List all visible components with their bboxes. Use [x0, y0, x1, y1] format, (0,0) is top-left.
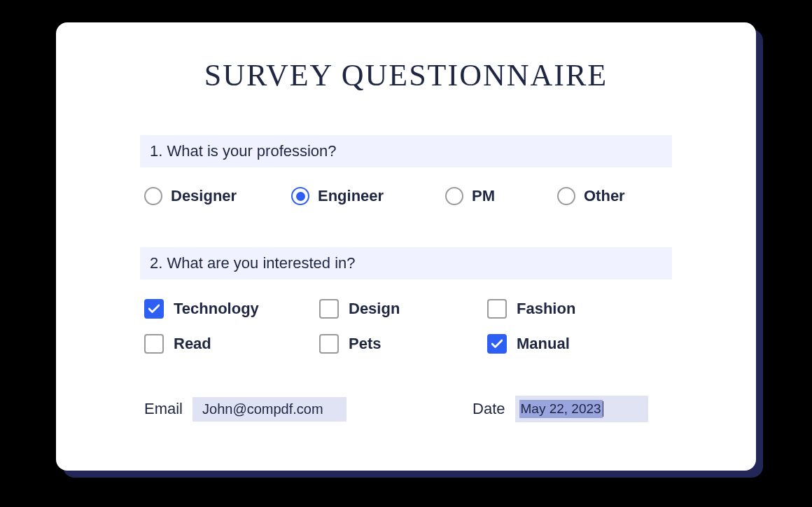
- checkbox-option-manual[interactable]: Manual: [487, 334, 655, 354]
- survey-card: SURVEY QUESTIONNAIRE 1. What is your pro…: [56, 22, 756, 471]
- checkbox-option-read[interactable]: Read: [144, 334, 319, 354]
- text-cursor-icon: [603, 401, 604, 417]
- profession-radio-group: Designer Engineer PM Other: [140, 187, 672, 205]
- checkbox-icon-checked: [144, 299, 164, 319]
- checkbox-option-pets[interactable]: Pets: [319, 334, 487, 354]
- radio-option-designer[interactable]: Designer: [144, 187, 291, 205]
- checkbox-label: Manual: [517, 335, 570, 353]
- checkbox-label: Design: [349, 300, 400, 318]
- radio-label: Designer: [171, 187, 237, 205]
- date-field-group: Date May 22, 2023: [472, 396, 648, 422]
- radio-option-pm[interactable]: PM: [445, 187, 557, 205]
- radio-icon: [445, 187, 463, 205]
- radio-option-engineer[interactable]: Engineer: [291, 187, 445, 205]
- checkbox-option-technology[interactable]: Technology: [144, 299, 319, 319]
- radio-option-other[interactable]: Other: [557, 187, 669, 205]
- checkbox-option-design[interactable]: Design: [319, 299, 487, 319]
- checkbox-option-fashion[interactable]: Fashion: [487, 299, 655, 319]
- checkbox-icon: [487, 299, 507, 319]
- radio-icon: [144, 187, 162, 205]
- date-input[interactable]: May 22, 2023: [515, 396, 648, 422]
- checkbox-label: Read: [174, 335, 211, 353]
- checkbox-label: Pets: [349, 335, 381, 353]
- checkbox-icon: [319, 334, 339, 354]
- question-2-header: 2. What are you interested in?: [140, 247, 672, 279]
- radio-icon-selected: [291, 187, 309, 205]
- checkbox-icon: [144, 334, 164, 354]
- date-value: May 22, 2023: [519, 400, 603, 418]
- checkbox-icon-checked: [487, 334, 507, 354]
- email-label: Email: [144, 400, 183, 418]
- radio-label: Other: [584, 187, 625, 205]
- checkmark-icon: [491, 339, 503, 349]
- question-1-header: 1. What is your profession?: [140, 135, 672, 167]
- radio-dot-icon: [296, 192, 305, 201]
- interests-checkbox-group: Technology Design Fashion Read Pets: [140, 299, 672, 354]
- email-field-group: Email: [144, 397, 346, 422]
- checkbox-label: Fashion: [517, 300, 575, 318]
- radio-label: Engineer: [318, 187, 384, 205]
- checkbox-icon: [319, 299, 339, 319]
- date-label: Date: [472, 400, 505, 418]
- checkmark-icon: [148, 304, 160, 314]
- footer-fields: Email Date May 22, 2023: [140, 396, 672, 422]
- survey-content: 1. What is your profession? Designer Eng…: [56, 135, 756, 422]
- radio-label: PM: [472, 187, 495, 205]
- checkbox-label: Technology: [174, 300, 259, 318]
- survey-title: SURVEY QUESTIONNAIRE: [56, 57, 756, 93]
- email-input[interactable]: [192, 397, 346, 422]
- radio-icon: [557, 187, 575, 205]
